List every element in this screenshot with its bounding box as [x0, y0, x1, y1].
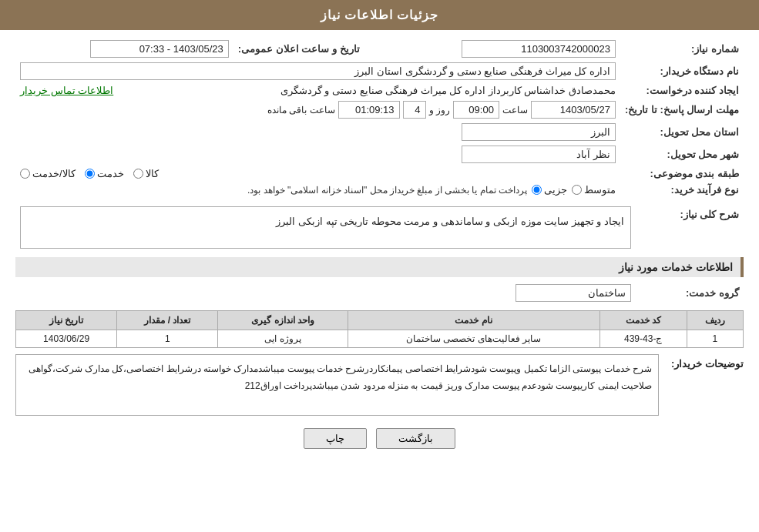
announce-label: تاریخ و ساعت اعلان عمومی:	[233, 38, 364, 60]
deadline-time: 09:00	[453, 101, 499, 119]
group-label: گروه خدمت:	[636, 282, 744, 304]
cell-row: 1	[687, 330, 743, 348]
process-row: متوسط جزیی پرداخت تمام یا بخشی از مبلغ خ…	[20, 184, 616, 196]
need-number-label: شماره نیاز:	[620, 38, 744, 60]
deadline-date: 1403/05/27	[531, 101, 616, 119]
creator-label: ایجاد کننده درخواست:	[620, 82, 744, 99]
group-value: ساختمان	[516, 284, 631, 302]
back-button[interactable]: بازگشت	[376, 428, 455, 449]
need-number-value: 1103003742000023	[462, 40, 616, 58]
print-button[interactable]: چاپ	[304, 428, 367, 449]
city-value: نظر آباد	[462, 146, 616, 163]
buyer-notes-label: توضیحات خریدار:	[659, 354, 744, 370]
category-option-khadamat[interactable]: خدمت	[85, 168, 124, 179]
col-qty: تعداد / مقدار	[117, 311, 218, 330]
col-unit: واحد اندازه گیری	[218, 311, 348, 330]
col-name: نام خدمت	[348, 311, 599, 330]
creator-value: محمدصادق خداشناس کاربرداز اداره کل میراث…	[116, 85, 616, 96]
deadline-time-label: ساعت	[502, 105, 528, 115]
cell-date: 1403/06/29	[16, 330, 117, 348]
col-date: تاریخ نیاز	[16, 311, 117, 330]
col-row: ردیف	[687, 311, 743, 330]
description-value: ایجاد و تجهیز سایت موزه ازبکی و ساماندهی…	[20, 206, 631, 249]
category-option-kala-khadamat[interactable]: کالا/خدمت	[20, 168, 76, 179]
buttons-row: بازگشت چاپ	[15, 428, 744, 449]
city-label: شهر محل تحویل:	[620, 143, 744, 166]
process-label: نوع فرآیند خرید:	[620, 182, 744, 198]
deadline-remaining: 01:09:13	[338, 101, 400, 119]
process-option-motovaset[interactable]: متوسط	[572, 184, 616, 196]
cell-name: سایر فعالیت‌های تخصصی ساختمان	[348, 330, 599, 348]
deadline-remaining-label: ساعت باقی مانده	[267, 105, 335, 115]
province-value: البرز	[462, 123, 616, 141]
buyer-notes-section: توضیحات خریدار: شرح خدمات پیوستی الزاما …	[15, 354, 744, 416]
page-header: جزئیات اطلاعات نیاز	[0, 0, 759, 30]
services-section-title: اطلاعات خدمات مورد نیاز	[15, 257, 744, 277]
deadline-day-label: روز و	[429, 105, 450, 115]
cell-unit: پروژه ایی	[218, 330, 348, 348]
buyer-notes-text: شرح خدمات پیوستی الزاما تکمیل وپیوست شود…	[15, 354, 659, 416]
cell-code: ج-43-439	[599, 330, 687, 348]
buyer-org-value: اداره کل میراث فرهنگی صنایع دستی و گردشگ…	[20, 62, 616, 80]
services-table: ردیف کد خدمت نام خدمت واحد اندازه گیری ت…	[15, 310, 744, 348]
category-option-kala[interactable]: کالا	[133, 168, 159, 179]
cell-qty: 1	[117, 330, 218, 348]
announce-value: 1403/05/23 - 07:33	[90, 40, 229, 58]
description-label: شرح کلی نیاز:	[636, 204, 744, 251]
process-note: پرداخت تمام یا بخشی از مبلغ خریداز محل "…	[247, 185, 527, 196]
contact-link[interactable]: اطلاعات تماس خریدار	[20, 85, 113, 96]
province-label: استان محل تحویل:	[620, 121, 744, 143]
deadline-label: مهلت ارسال پاسخ: تا تاریخ:	[620, 99, 744, 121]
page-title: جزئیات اطلاعات نیاز	[321, 8, 439, 22]
process-option-jozi[interactable]: جزیی	[532, 184, 567, 196]
deadline-days: 4	[403, 101, 426, 119]
col-code: کد خدمت	[599, 311, 687, 330]
buyer-org-label: نام دستگاه خریدار:	[620, 60, 744, 82]
table-row: 1ج-43-439سایر فعالیت‌های تخصصی ساختمانپر…	[16, 330, 744, 348]
category-radio-group: کالا/خدمت خدمت کالا	[20, 168, 616, 179]
category-label: طبقه بندی موضوعی:	[620, 166, 744, 182]
